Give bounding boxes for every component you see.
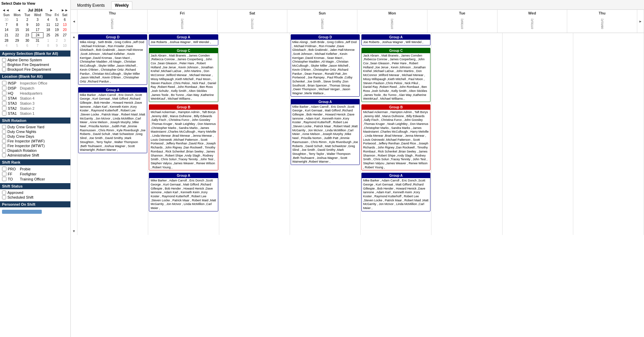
shift-status-checkbox[interactable]: [2, 191, 6, 195]
shift-rotation-checkbox[interactable]: [2, 134, 6, 138]
cal-day[interactable]: 12: [53, 22, 61, 27]
agency-item[interactable]: Alpine Demo System: [2, 58, 68, 62]
shift-rotation-item[interactable]: Administrative Shift: [2, 153, 68, 158]
shift-rotation-checkbox[interactable]: [2, 139, 6, 143]
scroll-up-btn[interactable]: ▲: [72, 34, 76, 39]
cal-day[interactable]: 7: [32, 43, 43, 48]
shift-rotation-checkbox[interactable]: [2, 125, 6, 129]
cal-day[interactable]: 6: [60, 17, 69, 22]
shift-rank-checkbox[interactable]: [2, 172, 6, 176]
tab-monthly[interactable]: Monthly Events: [73, 1, 108, 9]
cal-prev[interactable]: ◄: [17, 8, 22, 12]
shift-rotation-item[interactable]: Duty Crew Nights: [2, 129, 68, 134]
cal-day[interactable]: 29: [11, 38, 23, 43]
agency-checkbox[interactable]: [2, 63, 6, 67]
cal-day[interactable]: 14: [1, 27, 11, 33]
cal-day[interactable]: 9: [23, 22, 32, 27]
cal-day[interactable]: 21: [1, 33, 11, 38]
shift-rotation-item[interactable]: Dispatch Rotation: [2, 148, 68, 153]
cal-day[interactable]: 6: [23, 43, 32, 48]
shift-card[interactable]: Group AMike Barker , Adam Carroll , Eric…: [78, 87, 147, 153]
shift-card[interactable]: Group BMichael Ackerman , Hampton Admin …: [361, 104, 430, 170]
location-checkbox[interactable]: [2, 86, 6, 90]
cal-day[interactable]: 16: [23, 27, 32, 33]
shift-rotation-item[interactable]: Fire Inspector (MTWT): [2, 143, 68, 148]
shift-rotation-checkbox[interactable]: [2, 130, 6, 134]
shift-card[interactable]: Group AMike Barker , Adam Carroll , Eric…: [291, 99, 360, 165]
cal-day[interactable]: 11: [43, 22, 53, 27]
cal-day[interactable]: 25: [43, 33, 53, 38]
cal-day[interactable]: 5: [53, 17, 61, 22]
cal-day[interactable]: 3: [32, 17, 43, 22]
cal-day[interactable]: 24: [32, 33, 43, 38]
cal-day[interactable]: 26: [53, 33, 61, 38]
cal-day[interactable]: 8: [11, 22, 23, 27]
cal-day[interactable]: 3: [60, 38, 69, 43]
shift-card[interactable]: Group CJack Abram , Matt Braneis , James…: [149, 48, 218, 102]
cal-day[interactable]: 8: [43, 43, 53, 48]
shift-card[interactable]: Group CJack Abram , Matt Braneis , James…: [361, 48, 430, 102]
shift-card[interactable]: Group DMike Alongi , Seth Bride , Greg C…: [291, 34, 360, 97]
cal-day[interactable]: 20: [60, 27, 69, 33]
shift-card[interactable]: Group AMike Barker , Adam Carroll , Eric…: [149, 173, 218, 211]
cal-day[interactable]: 2: [23, 17, 32, 22]
cal-day[interactable]: 22: [11, 33, 23, 38]
cal-day[interactable]: 19: [53, 27, 61, 33]
timeline-next-btn[interactable]: ►: [638, 19, 643, 24]
cal-day[interactable]: 7: [1, 22, 11, 27]
cal-day[interactable]: 17: [32, 27, 43, 33]
main-scroll[interactable]: ◄ Thu07/25/CFri07/26/CSat07/27/CSun07/28…: [71, 10, 644, 337]
location-checkbox[interactable]: [2, 111, 6, 115]
cal-next-next[interactable]: ►►: [60, 8, 69, 12]
shift-rank-checkbox[interactable]: [2, 167, 6, 171]
agency-checkbox[interactable]: [2, 67, 6, 71]
cal-day[interactable]: 30: [23, 38, 32, 43]
cal-day[interactable]: 9: [53, 43, 61, 48]
tab-weekly[interactable]: Weekly: [111, 1, 132, 9]
agency-item[interactable]: Brighton Fire Department: [2, 62, 68, 67]
cal-day[interactable]: 15: [11, 27, 23, 33]
cal-day[interactable]: 23: [23, 33, 32, 38]
shift-card[interactable]: Group DMike Alongi , Seth Bride , Greg C…: [78, 34, 147, 85]
location-checkbox[interactable]: [2, 81, 6, 85]
shift-status-checkbox[interactable]: [2, 195, 6, 199]
shift-rotation-checkbox[interactable]: [2, 153, 6, 157]
cal-day[interactable]: 1: [43, 38, 53, 43]
shift-card[interactable]: Group AMike Barker , Adam Carroll , Eric…: [361, 173, 430, 211]
cal-day[interactable]: 1: [11, 17, 23, 22]
shift-status-item[interactable]: Scheduled Shift: [2, 195, 68, 200]
cal-day[interactable]: 27: [60, 33, 69, 38]
location-checkbox[interactable]: [2, 96, 6, 100]
shift-card[interactable]: Group BMichael Ackerman , Hampton Admin …: [149, 104, 218, 170]
shift-rotation-item[interactable]: Fire Inspector (MTWF): [2, 139, 68, 143]
cal-prev-prev[interactable]: ◄◄: [1, 8, 10, 12]
agency-item[interactable]: Brockport Fire Department: [2, 67, 68, 72]
cal-day[interactable]: 18: [43, 27, 53, 33]
location-item: STA1Station 1: [2, 111, 68, 116]
location-checkbox[interactable]: [2, 101, 6, 105]
shift-rotation-checkbox[interactable]: [2, 144, 6, 148]
shift-rotation-checkbox[interactable]: [2, 148, 6, 153]
cal-day[interactable]: 4: [1, 43, 11, 48]
scroll-down-btn[interactable]: ▼: [72, 229, 76, 234]
shift-card[interactable]: Group AJoe Roberts , Joshua Wagner , Wil…: [361, 34, 430, 45]
cal-day[interactable]: 28: [1, 38, 11, 43]
agency-checkbox[interactable]: [2, 58, 6, 62]
cal-day[interactable]: 31: [32, 38, 43, 43]
shift-rotation-item[interactable]: Duty Crew Days: [2, 134, 68, 139]
timeline-prev-btn[interactable]: ◄: [72, 19, 76, 24]
cal-day[interactable]: 10: [60, 43, 69, 48]
cal-day[interactable]: 5: [11, 43, 23, 48]
location-checkbox[interactable]: [2, 91, 6, 95]
shift-rotation-item[interactable]: Duty Crew Grave Yard: [2, 125, 68, 129]
shift-rank-checkbox[interactable]: [2, 177, 6, 181]
shift-status-item[interactable]: Approved: [2, 190, 68, 195]
cal-day[interactable]: 30: [1, 17, 11, 22]
cal-day[interactable]: 2: [53, 38, 61, 43]
cal-day[interactable]: 4: [43, 17, 53, 22]
shift-card[interactable]: Group AJoe Roberts , Joshua Wagner , Wil…: [149, 34, 218, 45]
location-checkbox[interactable]: [2, 106, 6, 110]
cal-day[interactable]: 13: [60, 22, 69, 27]
cal-next[interactable]: ►: [49, 8, 54, 12]
cal-day[interactable]: 10: [32, 22, 43, 27]
